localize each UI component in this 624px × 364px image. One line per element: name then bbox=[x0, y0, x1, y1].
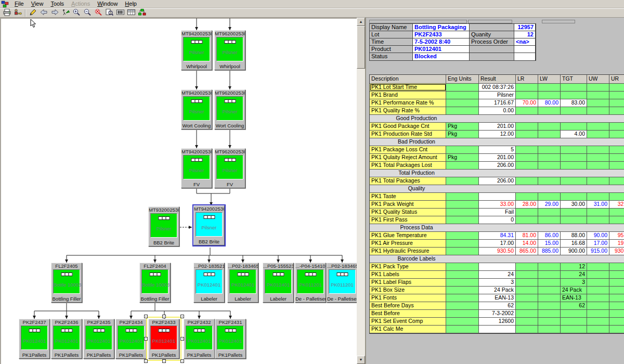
selection-handle[interactable] bbox=[144, 337, 148, 341]
cell-description[interactable]: PK1 Labels bbox=[370, 271, 446, 278]
toolbar-button-arrow-left[interactable] bbox=[38, 9, 49, 18]
result-row-pk1-total-packages[interactable]: PK1 Total Packages206.00 bbox=[370, 177, 624, 185]
cell-description[interactable]: PK1 Quality Status bbox=[370, 209, 446, 216]
cell-description[interactable]: Best Before bbox=[370, 310, 446, 317]
toolbar-button-zoom-cancel[interactable] bbox=[93, 9, 104, 18]
result-row-pk1-set-event-comp[interactable]: PK1 Set Event Comp12600 bbox=[370, 318, 624, 326]
selection-handle[interactable] bbox=[144, 315, 148, 318]
lot-node-mt962002530-fv[interactable]: MT962002530PilsnerFV bbox=[214, 148, 245, 188]
cell-description[interactable]: PK1 Calc Me bbox=[370, 326, 446, 333]
menu-item-help[interactable]: Help bbox=[121, 0, 140, 8]
result-row-pk1-label-flaps[interactable]: PK1 Label Flaps33 bbox=[370, 279, 624, 287]
lot-node-mt962002530-wort-cooling[interactable]: MT962002530PilsnerWort Cooling bbox=[214, 89, 245, 129]
cell-description[interactable]: PK1 Package Loss Cnt bbox=[370, 146, 446, 153]
selection-handle[interactable] bbox=[162, 359, 166, 363]
scroll-thumb[interactable] bbox=[357, 26, 365, 69]
lot-node-mt942002530-fv[interactable]: MT942002530PilsnerFV bbox=[181, 148, 212, 188]
lot-node-p02-1834656-de-palletiser[interactable]: ...P02-1834656PK011201De - Palletiser bbox=[327, 263, 357, 303]
cell-description[interactable]: PK1 Pack Weight bbox=[370, 201, 446, 208]
menu-item-tools[interactable]: Tools bbox=[47, 0, 68, 8]
toolbar-button-zoom-page[interactable] bbox=[104, 9, 115, 18]
lot-node-pk2f2436-pk1pallets[interactable]: PK2F2436PK012401PK1Pallets bbox=[51, 319, 82, 359]
lot-node-p04-154107-de-palletiser[interactable]: ...-P04-154107PK011201De - Palletiser bbox=[295, 263, 326, 303]
cell-description[interactable]: PK1 First Pass bbox=[370, 216, 446, 224]
lot-node-pk2f2435-pk1pallets[interactable]: PK2F2435PK012401PK1Pallets bbox=[83, 319, 114, 359]
scroll-down-button[interactable]: ▼ bbox=[357, 356, 365, 364]
toolbar-button-grid[interactable] bbox=[126, 9, 137, 18]
cell-description[interactable]: PK1 Total Packages bbox=[370, 177, 446, 185]
cell-description[interactable]: PK1 Pack Type bbox=[370, 263, 446, 270]
cell-description[interactable]: PK1 Brand bbox=[370, 92, 446, 99]
toolbar-button-arrow-right[interactable] bbox=[49, 9, 60, 18]
result-row-pk1-qulaity-reject-amount[interactable]: PK1 Qulaity Reject AmountPkg201.00 bbox=[370, 154, 624, 162]
cell-description[interactable]: PK1 Air Pressure bbox=[370, 240, 446, 247]
lot-node-p02-1835217-labeler[interactable]: ...P02-1835217PK012401Labeler bbox=[193, 263, 225, 303]
selection-handle[interactable] bbox=[180, 337, 184, 341]
scroll-up-button[interactable]: ▲ bbox=[357, 18, 365, 26]
cell-description[interactable]: PK1 Box Size bbox=[370, 287, 446, 294]
lot-node-mt942002530-whirlpool[interactable]: MT942002530PilsnerWhirlpool bbox=[181, 30, 212, 70]
cell-description[interactable]: PK1 Performance Rate % bbox=[370, 99, 446, 107]
toolbar-button-user-key[interactable] bbox=[12, 9, 23, 18]
result-row-pk1-calc-me[interactable]: PK1 Calc Me bbox=[370, 326, 624, 333]
result-row-pk1-box-size[interactable]: PK1 Box Size24 Pack24 Pack bbox=[370, 287, 624, 294]
selection-handle[interactable] bbox=[144, 359, 148, 363]
result-row-pk1-lot-start-time[interactable]: PK1 Lot Start Time002 08:37:26 bbox=[370, 84, 624, 92]
toolbar-button-zoom-out[interactable] bbox=[82, 9, 93, 18]
result-row-pk1-production-rate-std[interactable]: PK1 Production Rate StdPkg12.004.00 bbox=[370, 131, 624, 138]
result-row-pk1-pack-weight[interactable]: PK1 Pack Weight33.0028.0029.0030.0031.00… bbox=[370, 201, 624, 209]
result-row-pk1-total-packages-lost[interactable]: PK1 Total Packages Lost206.00 bbox=[370, 162, 624, 170]
cell-description[interactable]: PK1 Set Event Comp bbox=[370, 318, 446, 325]
menu-item-window[interactable]: Window bbox=[94, 0, 121, 8]
result-row-pk1-package-loss-cnt[interactable]: PK1 Package Loss Cnt5 bbox=[370, 146, 624, 154]
selection-handle[interactable] bbox=[180, 315, 184, 318]
result-row-pk1-labels[interactable]: PK1 Labels2424 bbox=[370, 271, 624, 279]
result-row-pk1-air-pressure[interactable]: PK1 Air Pressure17.0014.0015.0016.6817.0… bbox=[370, 240, 624, 248]
result-row-pk1-first-pass[interactable]: PK1 First Pass0 bbox=[370, 216, 624, 224]
lot-node-mt932002530-bb2-brite[interactable]: MT932002530PilsnerBB2 Brite bbox=[148, 206, 179, 246]
lot-node-mt942002530-wort-cooling[interactable]: MT942002530PilsnerWort Cooling bbox=[181, 89, 212, 129]
result-row-pk1-performance-rate[interactable]: PK1 Performance Rate %1716.6770.0080.008… bbox=[370, 99, 624, 107]
result-row-pk1-fonts[interactable]: PK1 FontsEAN-13EAN-13 bbox=[370, 294, 624, 302]
result-row-pk1-good-package-cnt[interactable]: PK1 Good Package CntPkg201.00 bbox=[370, 123, 624, 131]
toolbar-button-barcode[interactable] bbox=[115, 9, 126, 18]
cell-description[interactable]: PK1 Quality Rate % bbox=[370, 107, 446, 114]
selection-handle[interactable] bbox=[180, 359, 184, 363]
result-row-pk1-brand[interactable]: PK1 BrandPilsner bbox=[370, 92, 624, 99]
result-row-pk1-quality-status[interactable]: PK1 Quality StatusFail bbox=[370, 209, 624, 216]
result-row-pk1-quality-rate[interactable]: PK1 Quality Rate %0.00 bbox=[370, 107, 624, 115]
toolbar-button-pencil[interactable] bbox=[28, 9, 38, 18]
cell-description[interactable]: PK1 Lot Start Time bbox=[370, 84, 446, 91]
lot-node-mt942002530-bb2-brite[interactable]: MT942002530PilsnerBB2 Brite bbox=[193, 205, 225, 245]
cell-description[interactable]: PK1 Fonts bbox=[370, 294, 446, 302]
cell-description[interactable]: PK1 Taste bbox=[370, 193, 446, 200]
result-row-best-before-days[interactable]: Best Before Days6262 bbox=[370, 302, 624, 310]
lot-node-pk2f2434-pk1pallets[interactable]: PK2F2434PK012401PK1Pallets bbox=[115, 319, 147, 359]
cell-description[interactable]: PK1 Qulaity Reject Amount bbox=[370, 154, 446, 161]
lot-node-p02-1834656-labeler[interactable]: ...P02-1834656PK012401Labeler bbox=[227, 263, 258, 303]
cell-description[interactable]: PK1 Glue Temperature bbox=[370, 232, 446, 239]
cell-description[interactable]: PK1 Good Package Cnt bbox=[370, 123, 446, 130]
result-row-pk1-taste[interactable]: PK1 Taste bbox=[370, 193, 624, 201]
cell-description[interactable]: PK1 Label Flaps bbox=[370, 279, 446, 286]
toolbar-button-printer[interactable] bbox=[2, 9, 12, 18]
lot-node-fl2f2404-bottling-filler[interactable]: FL2F2404Bottle 10003Bottling Filler bbox=[139, 263, 171, 303]
result-row-best-before[interactable]: Best Before7-3-2002 bbox=[370, 310, 624, 318]
lot-node-pk2f2431-pk1pallets[interactable]: PK2F2431PK012401PK1Pallets bbox=[215, 319, 246, 359]
result-row-pk1-pack-type[interactable]: PK1 Pack Type12 bbox=[370, 263, 624, 271]
menu-item-view[interactable]: View bbox=[28, 0, 47, 8]
toolbar-button-tree[interactable] bbox=[137, 9, 148, 18]
cell-description[interactable]: PK1 Production Rate Std bbox=[370, 131, 446, 138]
lot-node-p05-1555232-labeler[interactable]: ...P05-1555232PK012401Labeler bbox=[263, 263, 294, 303]
result-row-pk1-hydraulic-pressure[interactable]: PK1 Hydraulic Pressure930.50865.00885.00… bbox=[370, 248, 624, 255]
lot-node-pk2f2437-pk1pallets[interactable]: PK2F2437PK012401PK1Pallets bbox=[19, 319, 50, 359]
toolbar-button-walk-go[interactable] bbox=[60, 9, 71, 18]
toolbar-button-zoom-in[interactable] bbox=[71, 9, 82, 18]
lot-node-pk2f2432-pk1pallets[interactable]: PK2F2432PK012401PK1Pallets bbox=[184, 319, 215, 359]
cell-description[interactable]: PK1 Hydraulic Pressure bbox=[370, 248, 446, 255]
selection-handle[interactable] bbox=[162, 315, 166, 318]
menu-item-file[interactable]: File bbox=[11, 0, 28, 8]
cell-description[interactable]: Best Before Days bbox=[370, 302, 446, 309]
lot-node-mt962002530-whirlpool[interactable]: MT962002530PilsnerWhirlpool bbox=[214, 30, 245, 70]
lot-node-fl2f2405-bottling-filler[interactable]: FL2F2405Bottle 10003Bottling Filler bbox=[51, 263, 82, 303]
